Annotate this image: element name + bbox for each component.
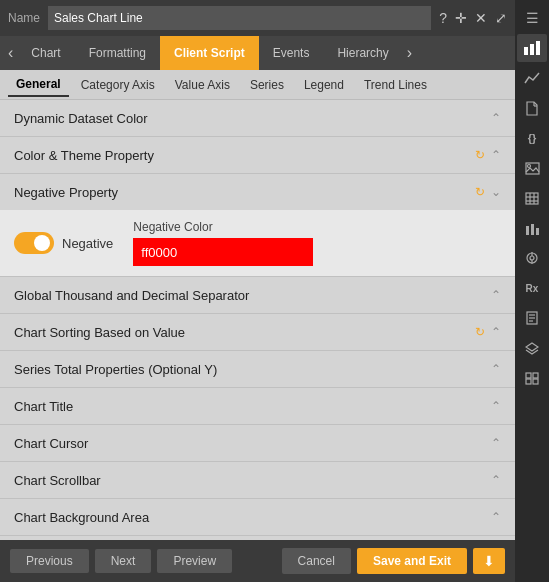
tab-client-script[interactable]: Client Script xyxy=(160,36,259,70)
bottom-right: Cancel Save and Exit ⬇ xyxy=(282,548,505,574)
sidebar-list-icon[interactable]: ☰ xyxy=(517,4,547,32)
tab-formatting[interactable]: Formatting xyxy=(75,36,160,70)
previous-button[interactable]: Previous xyxy=(10,549,89,573)
negative-color-input[interactable] xyxy=(133,238,313,266)
accordion-header-series-total[interactable]: Series Total Properties (Optional Y) ⌃ xyxy=(0,351,515,387)
accordion-chart-cursor: Chart Cursor ⌃ xyxy=(0,425,515,462)
svg-rect-1 xyxy=(530,44,534,55)
svg-rect-25 xyxy=(533,373,538,378)
next-button[interactable]: Next xyxy=(95,549,152,573)
sub-nav-series[interactable]: Series xyxy=(242,74,292,96)
move-icon[interactable]: ✛ xyxy=(455,10,467,26)
refresh-icon-color-theme[interactable]: ↻ xyxy=(475,148,485,162)
svg-rect-7 xyxy=(526,193,538,204)
header-bar: Name ? ✛ ✕ ⤢ xyxy=(0,0,515,36)
chevron-up-icon-scrollbar: ⌃ xyxy=(491,473,501,487)
accordion-header-chart-background[interactable]: Chart Background Area ⌃ xyxy=(0,499,515,535)
expand-icon[interactable]: ⤢ xyxy=(495,10,507,26)
accordion-chart-background: Chart Background Area ⌃ xyxy=(0,499,515,536)
svg-rect-24 xyxy=(526,373,531,378)
accordion-chart-scrollbar: Chart Scrollbar ⌃ xyxy=(0,462,515,499)
sub-nav-legend[interactable]: Legend xyxy=(296,74,352,96)
sidebar-doc-icon[interactable] xyxy=(517,304,547,332)
sidebar-file-icon[interactable] xyxy=(517,94,547,122)
accordion-header-chart-title[interactable]: Chart Title ⌃ xyxy=(0,388,515,424)
cancel-button[interactable]: Cancel xyxy=(282,548,351,574)
sub-nav: General Category Axis Value Axis Series … xyxy=(0,70,515,100)
svg-rect-27 xyxy=(533,379,538,384)
help-icon[interactable]: ? xyxy=(439,10,447,26)
svg-rect-0 xyxy=(524,47,528,55)
header-icons: ? ✛ ✕ ⤢ xyxy=(439,10,507,26)
accordion-global-thousand: Global Thousand and Decimal Separator ⌃ xyxy=(0,277,515,314)
sidebar-layers-icon[interactable] xyxy=(517,334,547,362)
sidebar-network-icon[interactable] xyxy=(517,244,547,272)
tab-prev-btn[interactable]: ‹ xyxy=(4,44,17,62)
sidebar-bar-chart-icon[interactable] xyxy=(517,214,547,242)
sub-nav-general[interactable]: General xyxy=(8,73,69,97)
accordion-header-global-thousand[interactable]: Global Thousand and Decimal Separator ⌃ xyxy=(0,277,515,313)
accordion-chart-sorting: Chart Sorting Based on Value ↻ ⌃ xyxy=(0,314,515,351)
download-button[interactable]: ⬇ xyxy=(473,548,505,574)
negative-row: Negative Negative Color xyxy=(14,220,501,266)
toggle-thumb xyxy=(34,235,50,251)
negative-property-content: Negative Negative Color xyxy=(0,210,515,276)
toggle-container: Negative xyxy=(14,232,113,254)
right-sidebar: ☰ {} xyxy=(515,0,549,582)
toggle-label: Negative xyxy=(62,236,113,251)
chevron-up-icon-dynamic: ⌃ xyxy=(491,111,501,125)
negative-color-section: Negative Color xyxy=(133,220,313,266)
chevron-up-icon-title: ⌃ xyxy=(491,399,501,413)
sidebar-rx-icon[interactable]: Rx xyxy=(517,274,547,302)
accordion-chart-title: Chart Title ⌃ xyxy=(0,388,515,425)
close-icon[interactable]: ✕ xyxy=(475,10,487,26)
tab-hierarchy[interactable]: Hierarchy xyxy=(323,36,402,70)
svg-rect-2 xyxy=(536,41,540,55)
bottom-bar: Previous Next Preview Cancel Save and Ex… xyxy=(0,540,515,582)
chevron-up-icon-cursor: ⌃ xyxy=(491,436,501,450)
chevron-down-icon-negative: ⌄ xyxy=(491,185,501,199)
tab-next-btn[interactable]: › xyxy=(403,44,416,62)
sidebar-grid-icon[interactable] xyxy=(517,364,547,392)
svg-point-16 xyxy=(530,256,534,260)
accordion-header-dynamic-dataset[interactable]: Dynamic Dataset Color ⌃ xyxy=(0,100,515,136)
tab-events[interactable]: Events xyxy=(259,36,324,70)
negative-toggle[interactable] xyxy=(14,232,54,254)
accordion-color-theme: Color & Theme Property ↻ ⌃ xyxy=(0,137,515,174)
accordion-header-chart-sorting[interactable]: Chart Sorting Based on Value ↻ ⌃ xyxy=(0,314,515,350)
name-label: Name xyxy=(8,11,40,25)
accordion-list: Dynamic Dataset Color ⌃ Color & Theme Pr… xyxy=(0,100,515,540)
accordion-negative-property: Negative Property ↻ ⌄ Negative xyxy=(0,174,515,277)
svg-rect-12 xyxy=(526,226,529,235)
chevron-up-icon-global: ⌃ xyxy=(491,288,501,302)
chevron-up-icon-series-total: ⌃ xyxy=(491,362,501,376)
save-exit-button[interactable]: Save and Exit xyxy=(357,548,467,574)
sub-nav-category-axis[interactable]: Category Axis xyxy=(73,74,163,96)
sub-nav-value-axis[interactable]: Value Axis xyxy=(167,74,238,96)
sidebar-code-icon[interactable]: {} xyxy=(517,124,547,152)
preview-button[interactable]: Preview xyxy=(157,549,232,573)
accordion-header-color-theme[interactable]: Color & Theme Property ↻ ⌃ xyxy=(0,137,515,173)
sidebar-table-icon[interactable] xyxy=(517,184,547,212)
svg-marker-23 xyxy=(526,343,538,351)
refresh-icon-negative[interactable]: ↻ xyxy=(475,185,485,199)
main-container: Name ? ✛ ✕ ⤢ ‹ Chart Formatting Client S… xyxy=(0,0,549,582)
name-input[interactable] xyxy=(48,6,431,30)
svg-rect-14 xyxy=(536,228,539,235)
chevron-up-icon-color-theme: ⌃ xyxy=(491,148,501,162)
tab-chart[interactable]: Chart xyxy=(17,36,74,70)
sub-nav-trend-lines[interactable]: Trend Lines xyxy=(356,74,435,96)
accordion-dynamic-dataset: Dynamic Dataset Color ⌃ xyxy=(0,100,515,137)
sidebar-image-icon[interactable] xyxy=(517,154,547,182)
chevron-up-icon-background: ⌃ xyxy=(491,510,501,524)
accordion-header-chart-scrollbar[interactable]: Chart Scrollbar ⌃ xyxy=(0,462,515,498)
sidebar-chart-bar-icon[interactable] xyxy=(517,34,547,62)
sidebar-analytics-icon[interactable] xyxy=(517,64,547,92)
accordion-header-chart-cursor[interactable]: Chart Cursor ⌃ xyxy=(0,425,515,461)
refresh-icon-sorting[interactable]: ↻ xyxy=(475,325,485,339)
svg-rect-26 xyxy=(526,379,531,384)
bottom-left: Previous Next Preview xyxy=(10,549,232,573)
accordion-header-negative[interactable]: Negative Property ↻ ⌄ xyxy=(0,174,515,210)
svg-rect-13 xyxy=(531,224,534,235)
negative-color-label: Negative Color xyxy=(133,220,313,234)
